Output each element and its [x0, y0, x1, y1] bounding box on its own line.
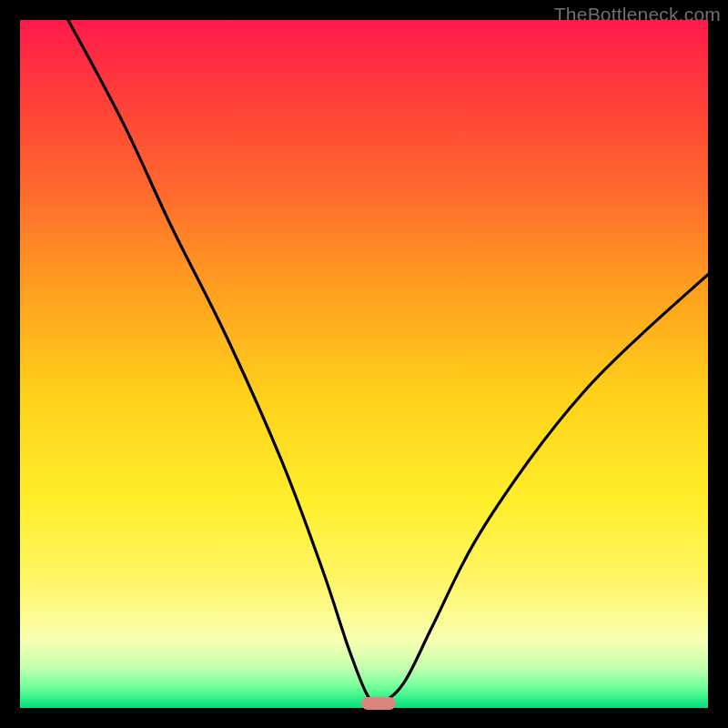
bottleneck-marker	[361, 697, 396, 710]
plot-area	[20, 20, 708, 708]
chart-container: TheBottleneck.com	[0, 0, 728, 728]
bottleneck-curve	[20, 20, 708, 708]
